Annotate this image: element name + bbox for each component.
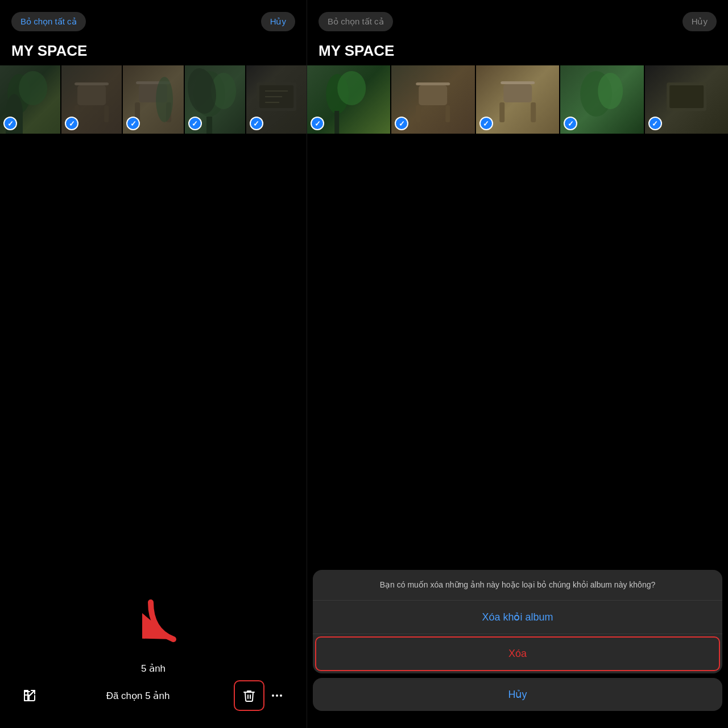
right-photo-checkmark-3: ✓	[479, 117, 493, 130]
svg-rect-32	[500, 81, 535, 84]
svg-rect-14	[206, 117, 212, 134]
svg-point-37	[598, 73, 623, 109]
left-bottom-bar: 5 ảnh Đã chọn 5 ảnh	[0, 657, 307, 728]
right-deselect-button[interactable]: Bỏ chọn tất cả	[318, 12, 393, 31]
photo-item-4[interactable]: ✓	[185, 65, 245, 134]
svg-rect-35	[531, 102, 536, 122]
svg-rect-28	[416, 82, 450, 85]
right-photo-item-4[interactable]: ✓	[560, 65, 643, 134]
bottom-actions: Đã chọn 5 ảnh	[11, 680, 295, 711]
action-sheet-cancel-section: Hủy	[313, 678, 722, 711]
svg-rect-39	[669, 85, 704, 108]
right-page-title: MY SPACE	[307, 40, 728, 65]
svg-point-26	[337, 71, 366, 105]
action-sheet-message: Bạn có muốn xóa những ảnh này hoặc loại …	[313, 570, 722, 601]
trash-button-wrapper	[234, 680, 264, 711]
svg-rect-33	[503, 84, 532, 102]
svg-rect-6	[104, 105, 109, 122]
share-button[interactable]	[17, 683, 42, 708]
selected-count-text: Đã chọn 5 ảnh	[42, 690, 234, 702]
right-photo-strip: ✓ ✓ ✓	[307, 65, 728, 134]
right-photo-item-5[interactable]: ✓	[645, 65, 728, 134]
photo-checkmark-5: ✓	[250, 117, 263, 130]
cancel-sheet-button[interactable]: Hủy	[313, 678, 722, 711]
left-panel: Bỏ chọn tất cả Hủy MY SPACE ✓	[0, 0, 307, 728]
trash-button[interactable]	[234, 680, 264, 711]
more-button[interactable]	[264, 683, 289, 708]
svg-rect-29	[419, 85, 448, 105]
svg-rect-3	[75, 82, 109, 85]
remove-from-album-button[interactable]: Xóa khỏi album	[313, 601, 722, 634]
photo-item-2[interactable]: ✓	[61, 65, 122, 134]
right-photo-checkmark-1: ✓	[311, 117, 324, 130]
photo-checkmark-4: ✓	[188, 117, 202, 130]
photo-count: 5 ảnh	[141, 663, 166, 675]
left-cancel-button[interactable]: Hủy	[261, 12, 295, 31]
left-photo-strip: ✓ ✓ ✓	[0, 65, 307, 134]
left-dark-area	[0, 134, 307, 657]
svg-rect-27	[334, 111, 339, 134]
svg-rect-30	[416, 105, 421, 122]
photo-item-5[interactable]: ✓	[246, 65, 307, 134]
svg-point-24	[280, 694, 282, 697]
svg-point-1	[19, 71, 47, 105]
right-photo-checkmark-5: ✓	[648, 117, 662, 130]
photo-item-1[interactable]: ✓	[0, 65, 60, 134]
right-photo-item-3[interactable]: ✓	[476, 65, 559, 134]
left-page-title: MY SPACE	[0, 40, 307, 65]
action-sheet: Bạn có muốn xóa những ảnh này hoặc loại …	[313, 570, 722, 673]
svg-rect-31	[446, 105, 450, 122]
svg-point-22	[272, 694, 274, 697]
left-deselect-button[interactable]: Bỏ chọn tất cả	[11, 12, 86, 31]
svg-rect-34	[499, 102, 504, 122]
photo-item-3[interactable]: ✓	[123, 65, 183, 134]
delete-button[interactable]: Xóa	[315, 636, 720, 671]
right-photo-item-2[interactable]: ✓	[391, 65, 474, 134]
left-top-bar: Bỏ chọn tất cả Hủy	[0, 0, 307, 40]
right-panel: Bỏ chọn tất cả Hủy MY SPACE ✓	[307, 0, 728, 728]
right-cancel-button[interactable]: Hủy	[682, 12, 717, 31]
svg-point-13	[211, 73, 236, 109]
action-sheet-overlay: Bạn có muốn xóa những ảnh này hoặc loại …	[307, 570, 728, 728]
svg-point-11	[156, 77, 173, 122]
photo-checkmark-1: ✓	[3, 117, 17, 130]
svg-rect-4	[77, 85, 106, 105]
svg-point-23	[276, 694, 278, 697]
right-top-bar: Bỏ chọn tất cả Hủy	[307, 0, 728, 40]
right-photo-item-1[interactable]: ✓	[307, 65, 390, 134]
